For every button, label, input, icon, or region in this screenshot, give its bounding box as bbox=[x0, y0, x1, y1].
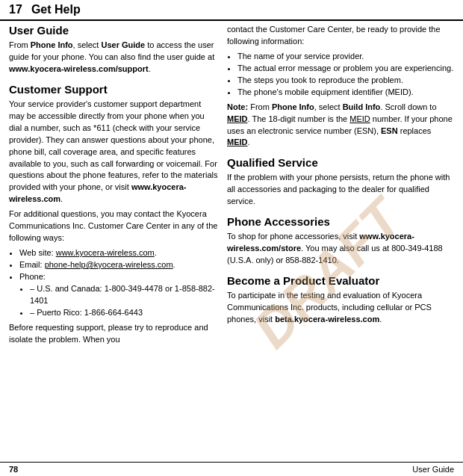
user-guide-title: User Guide bbox=[9, 24, 218, 37]
phone-accessories-title: Phone Accessories bbox=[227, 215, 454, 228]
continuation-paragraph: contact the Customer Care Center, be rea… bbox=[227, 24, 454, 48]
customer-support-paragraph1: Your service provider's customer support… bbox=[9, 99, 218, 205]
info-bullet-4: The phone's mobile equipment identifier … bbox=[237, 87, 454, 99]
note-meid-3: MEID bbox=[227, 137, 248, 146]
content-area: DRAFT User Guide From Phone Info, select… bbox=[0, 24, 463, 462]
customer-support-section: Customer Support Your service provider's… bbox=[9, 83, 218, 346]
phone-info-link-left: Phone Info bbox=[31, 40, 73, 49]
support-request-paragraph: Before requesting support, please try to… bbox=[9, 322, 218, 346]
user-guide-link: User Guide bbox=[101, 40, 145, 49]
page-header: 17 Get Help bbox=[0, 0, 463, 21]
note-meid-1: MEID bbox=[227, 114, 248, 123]
beta-url: beta.kyocera-wireless.com bbox=[275, 315, 379, 324]
footer-label: User Guide bbox=[412, 465, 454, 474]
phone-accessories-section: Phone Accessories To shop for phone acce… bbox=[227, 215, 454, 267]
right-column: contact the Customer Care Center, be rea… bbox=[227, 24, 454, 462]
email-address: phone-help@kyocera-wireless.com bbox=[45, 260, 173, 269]
phone-sub-list: U.S. and Canada: 1-800-349-4478 or 1-858… bbox=[30, 283, 218, 319]
left-column: User Guide From Phone Info, select User … bbox=[9, 24, 218, 462]
support-url: www.kyocera-wireless.com/support bbox=[9, 64, 149, 73]
note-paragraph: Note: From Phone Info, select Build Info… bbox=[227, 102, 454, 149]
phone-accessories-paragraph: To shop for phone accessories, visit www… bbox=[227, 231, 454, 267]
store-url: www.kyocera-wireless.com/store bbox=[227, 232, 414, 253]
note-meid-2: MEID bbox=[349, 114, 370, 123]
web-url: www.kyocera-wireless.com bbox=[56, 248, 155, 257]
user-guide-paragraph: From Phone Info, select User Guide to ac… bbox=[9, 40, 218, 75]
page-number: 78 bbox=[9, 465, 18, 474]
qualified-service-paragraph: If the problem with your phone persists,… bbox=[227, 172, 454, 208]
contact-list: Web site: www.kyocera-wireless.com. Emai… bbox=[19, 247, 218, 319]
chapter-number: 17 bbox=[9, 3, 22, 16]
note-label: Note: bbox=[227, 102, 248, 111]
info-bullets-list: The name of your service provider. The a… bbox=[237, 51, 454, 99]
info-bullet-3: The steps you took to reproduce the prob… bbox=[237, 75, 454, 87]
contact-email: Email: phone-help@kyocera-wireless.com. bbox=[19, 259, 218, 271]
phone-us-canada: U.S. and Canada: 1-800-349-4478 or 1-858… bbox=[30, 283, 218, 307]
evaluator-section: Become a Product Evaluator To participat… bbox=[227, 274, 454, 326]
customer-support-title: Customer Support bbox=[9, 83, 218, 96]
page-footer: 78 User Guide bbox=[0, 462, 463, 476]
contact-phone: Phone: U.S. and Canada: 1-800-349-4478 o… bbox=[19, 271, 218, 319]
info-bullet-2: The actual error message or problem you … bbox=[237, 63, 454, 75]
qualified-service-section: Qualified Service If the problem with yo… bbox=[227, 156, 454, 208]
header-title: Get Help bbox=[31, 3, 81, 16]
evaluator-title: Become a Product Evaluator bbox=[227, 274, 454, 287]
note-phone-info: Phone Info bbox=[272, 102, 314, 111]
customer-support-paragraph2: For additional questions, you may contac… bbox=[9, 208, 218, 244]
contact-web: Web site: www.kyocera-wireless.com. bbox=[19, 247, 218, 259]
phone-puerto-rico: Puerto Rico: 1-866-664-6443 bbox=[30, 307, 218, 319]
note-build-info: Build Info bbox=[343, 102, 381, 111]
info-bullet-1: The name of your service provider. bbox=[237, 51, 454, 63]
qualified-service-title: Qualified Service bbox=[227, 156, 454, 169]
user-guide-section: User Guide From Phone Info, select User … bbox=[9, 24, 218, 75]
evaluator-paragraph: To participate in the testing and evalua… bbox=[227, 290, 454, 326]
kyocera-wireless-url: www.kyocera-wireless.com bbox=[9, 182, 186, 203]
note-esn: ESN bbox=[381, 126, 398, 135]
